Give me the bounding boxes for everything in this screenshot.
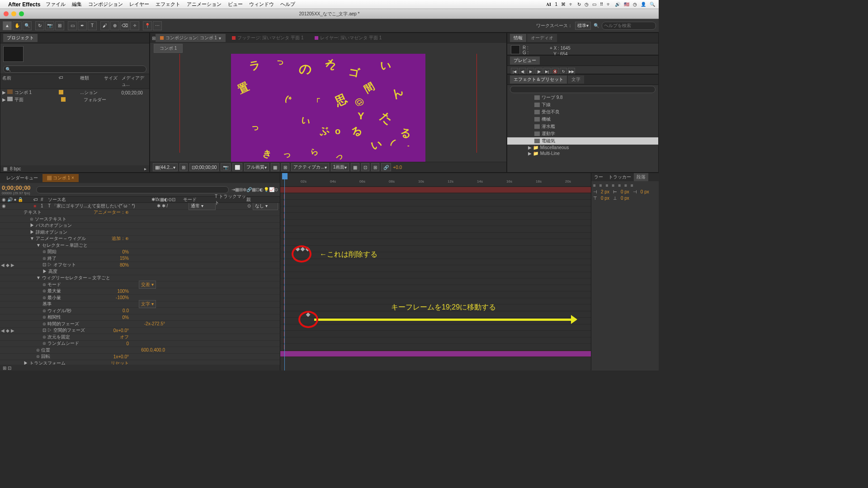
project-item-folder[interactable]: ▶ 平面 フォルダー [0,96,149,103]
adobe-icon[interactable]: 𝐀𝐈 [546,2,551,7]
menu-effect[interactable]: エフェクト [156,1,180,8]
wifi2-icon[interactable]: ᯤ [607,2,611,7]
effect-item[interactable]: 下線 [507,101,658,108]
timeline-row[interactable]: ▼ セレクター – 単語ごと [0,242,280,249]
camera-dropdown[interactable]: アクティブカ... ▾ [291,163,329,171]
timeline-row[interactable]: ▶ 高度 [0,268,280,275]
project-search-input[interactable]: 🔍 [3,66,146,73]
timeline-row[interactable]: ⊙ 開始0% [0,249,280,256]
viewer-canvas[interactable]: ラ っ 置 の (* れ ゴ い 間 思 「 @ ん っ い o ぶ る た る [150,54,506,162]
snapshot-icon[interactable]: 📷 [221,163,231,171]
bpc-button[interactable]: 8 bpc [10,166,21,171]
hand-tool[interactable]: ✋ [13,21,22,30]
space-before[interactable]: 0 px [601,196,609,201]
app-name[interactable]: After Effects [8,1,40,8]
char-tab-a[interactable]: ラー [591,173,606,181]
timeline-comp-tab[interactable]: ▦ コンポ 1 × [42,174,79,182]
zoom-tool[interactable]: 🔍 [23,21,32,30]
help-search-input[interactable] [602,22,656,30]
space-after[interactable]: 0 px [621,196,629,201]
icon-a[interactable]: ⌘ [561,2,566,7]
menu-file[interactable]: ファイル [46,1,66,8]
zoom-button[interactable] [19,11,24,16]
timemachine-icon[interactable]: ◷ [585,2,589,7]
justify-icon[interactable]: ≡ [618,183,621,188]
tool-extra[interactable]: ⋯ [153,21,162,30]
current-time[interactable]: 0;00;00;00 [2,184,31,191]
paragraph-tab[interactable]: 段落 [634,173,648,181]
menu-animation[interactable]: アニメーション [187,1,222,8]
pen-tool[interactable]: ✒ [78,21,87,30]
timeline-row[interactable]: ▼ アニメーター – ウィグル追加：⊕ [0,236,280,243]
tl-tool-icon[interactable]: ▦ [235,187,239,192]
timeline-row[interactable]: ▶ トランスフォームリセット [0,360,280,365]
justify-icon[interactable]: ≡ [612,183,615,188]
timeline-row[interactable]: ⊙ ランダムシード0 [0,341,280,347]
tracker-tab[interactable]: トラッカー [606,173,634,181]
project-trash-icon[interactable]: ▸ [144,166,146,171]
eraser-tool[interactable]: ⌫ [120,21,129,30]
effect-item[interactable]: ワープ 9.8 [507,94,658,101]
align-center-icon[interactable]: ≡ [599,183,602,188]
panbehind-tool[interactable]: ⊞ [55,21,64,30]
grid-icon[interactable]: ⊞ [281,163,289,171]
tl-tool-icon[interactable]: ⇥ [231,187,235,192]
timeline-row[interactable]: ⊙ 位置600.0,400.0 [0,347,280,354]
icon-b[interactable]: ⠿ [600,2,603,7]
tag-icon[interactable] [59,90,63,94]
render-queue-tab[interactable]: レンダーキュー [2,174,42,182]
char-tab[interactable]: 文字 [568,75,584,84]
timeline-row[interactable]: ⊙ モード交差 ▾ [0,282,280,288]
justify-icon[interactable]: ≡ [631,183,633,188]
viewer-lock-icon[interactable]: ⊞ [152,36,156,41]
tl-tool-icon[interactable]: 🔗 [246,187,252,192]
tl-tool-icon[interactable]: ⊕ [243,187,246,192]
display-icon[interactable]: ▭ [592,2,596,7]
effect-item[interactable]: 機械 [507,116,658,123]
viewer-tab-layer[interactable]: レイヤー: 深いマゼンタ 平面 1 [310,34,387,42]
res-dropdown[interactable]: フル画質 ▾ [244,163,269,171]
text-tool[interactable]: T [88,21,97,30]
effect-folder[interactable]: ▶ 📁 Miscellaneous [507,145,658,150]
resolution-icon[interactable]: ⊞ [179,163,188,171]
timeline-row[interactable]: ⊙ ウィグル/秒0.0 [0,308,280,314]
volume-icon[interactable]: 🔊 [615,2,620,7]
notif-icon[interactable]: 1 [555,2,557,7]
puppet-tool[interactable]: 📍 [143,21,152,30]
timeline-row[interactable]: ⊙ 終了15% [0,255,280,262]
tl-tool-icon[interactable]: ⊡ [256,187,259,192]
viewer-tab-comp[interactable]: コンポジション: コンポ 1 ▾ [156,34,226,42]
user-icon[interactable]: 👤 [641,2,646,7]
project-tab[interactable]: プロジェクト [3,34,38,42]
menu-edit[interactable]: 編集 [72,1,82,8]
flow-icon[interactable]: 🔗 [381,163,391,171]
close-button[interactable] [4,11,9,16]
timeline-row[interactable]: ▶ パスのオプション [0,223,280,230]
timeline-row[interactable]: ◀ ◆ ▶ ⊡ ▷ オフセット80% [0,262,280,269]
timeline-row[interactable]: ⊙ 回転1x+0.0° [0,354,280,361]
timeline-row[interactable]: テキストアニメーター：⊕ [0,210,280,216]
menu-composition[interactable]: コンポジション [88,1,123,8]
effects-search-input[interactable] [510,86,656,93]
timeline-row[interactable]: ⊙ 次元を固定オフ [0,334,280,341]
view-dropdown[interactable]: 1画面 ▾ [331,163,349,171]
input-icon[interactable]: 🇺🇸 [624,2,629,7]
timeline-icon[interactable]: ⊞ [371,163,379,171]
motionblur-icon[interactable]: ◐ [259,187,264,192]
comp-flow-icon[interactable]: ⊞ [239,187,243,192]
timeline-graph[interactable]: 02s04s06s08s10s12s14s16s18s20s ←これは削除する … [280,173,591,371]
indent-right[interactable]: 0 px [641,189,649,194]
toggle-switches-icon[interactable]: ⊞ ⊡ [3,366,11,371]
effect-item[interactable]: 運動学 [507,130,658,137]
fast-icon[interactable]: ⊡ [361,163,369,171]
tl-tool-icon[interactable]: ⊙ [274,187,278,192]
roi-icon[interactable]: ▦ [271,163,279,171]
playhead-icon[interactable] [282,173,288,179]
timeline-row[interactable]: ⊙ 相関性0% [0,314,280,321]
clone-tool[interactable]: ⊕ [110,21,119,30]
draft3d-icon[interactable]: ▦ [252,187,256,192]
preview-tab[interactable]: プレビュー [510,56,540,65]
wifi-icon[interactable]: ᯤ [569,2,574,7]
sync-icon[interactable]: ↻ [577,2,581,7]
indent-left[interactable]: 2 px [601,189,609,194]
